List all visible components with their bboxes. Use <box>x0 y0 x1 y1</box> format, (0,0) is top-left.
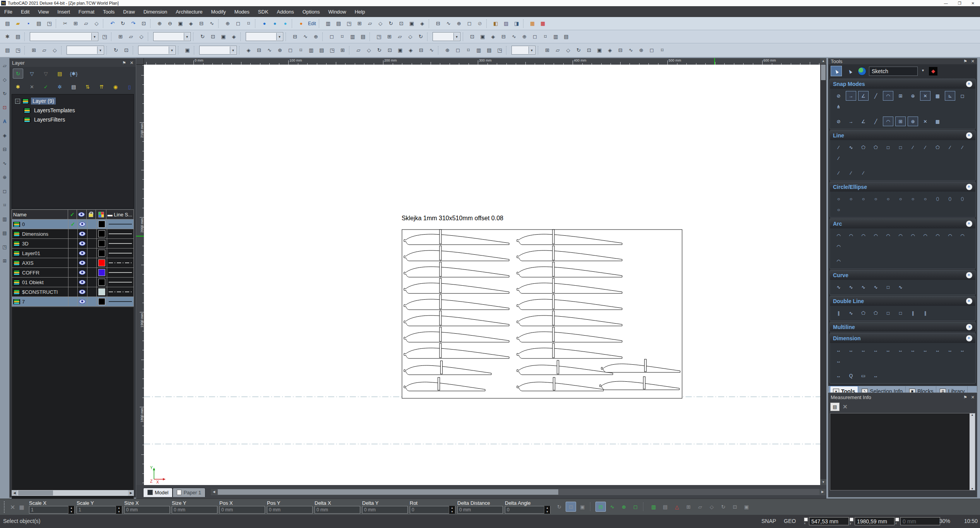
arc-center-begin-end-icon[interactable]: ◠ <box>833 231 844 240</box>
y-coord-field[interactable]: 1980,59 mm <box>855 517 894 525</box>
copy-linear-icon[interactable]: ▱ <box>353 45 364 55</box>
color-cell[interactable] <box>97 278 107 287</box>
menu-insert[interactable]: Insert <box>53 6 74 17</box>
color-cell[interactable] <box>97 287 107 297</box>
pin-icon[interactable]: ⚑ <box>122 60 126 65</box>
render-icon[interactable]: ◈ <box>417 19 428 29</box>
inspector-list-icon[interactable]: ▦ <box>19 504 24 510</box>
edit-select-icon[interactable]: ▲ <box>845 66 855 76</box>
layer-properties-icon[interactable]: ▤ <box>68 82 79 92</box>
circle-tangent-2arc-icon[interactable]: ○ <box>920 194 930 204</box>
pen-width-icon[interactable]: ⊡ <box>121 45 132 55</box>
toolbar-combo[interactable] <box>199 46 237 55</box>
assemble-1-icon[interactable]: ⊕ <box>442 45 453 55</box>
section-header[interactable]: Dimension« <box>830 333 975 343</box>
menu-dimension[interactable]: Dimension <box>139 6 171 17</box>
current-layer-cell[interactable] <box>68 287 77 297</box>
collapse-chevron-icon[interactable]: « <box>966 132 972 139</box>
circle-tangent-line-icon[interactable]: ○ <box>908 194 918 204</box>
assemble-4-icon[interactable]: ▥ <box>474 45 484 55</box>
drop-line-icon[interactable]: ∕ <box>846 168 856 178</box>
field-input[interactable]: 0 mm <box>267 506 313 514</box>
window-new-icon[interactable]: ▱ <box>395 32 405 42</box>
workplane-view-icon[interactable]: ◇ <box>50 45 60 55</box>
copy-array-icon[interactable]: ↻ <box>374 45 385 55</box>
dim-rotated-icon[interactable]: ↔ <box>871 345 881 355</box>
measurement-list[interactable]: ▲▼ <box>830 413 975 490</box>
tangent-to-arc-icon[interactable]: ∕ <box>945 142 955 152</box>
color-cell[interactable] <box>97 297 107 306</box>
no-bounds-icon[interactable]: ▣ <box>741 502 752 512</box>
arc-triple-point-icon[interactable]: ◠ <box>883 231 893 240</box>
palette-icon[interactable] <box>96 210 106 219</box>
rotated-rectangle-icon[interactable]: □ <box>895 142 906 152</box>
tab-model[interactable]: Model <box>143 488 173 497</box>
visibility-cell[interactable] <box>78 297 87 306</box>
section-header[interactable]: Snap Modes« <box>830 79 975 89</box>
current-layer-cell[interactable] <box>68 229 77 238</box>
collapse-chevron-icon[interactable]: « <box>966 324 972 330</box>
snap-mode-icon[interactable]: ▥ <box>1 215 9 223</box>
lock-icon[interactable] <box>87 210 96 219</box>
box-slice-icon[interactable]: ◈ <box>229 32 239 42</box>
visibility-cell[interactable] <box>78 219 87 229</box>
visibility-cell[interactable] <box>78 239 87 248</box>
toolbar-drag-handle[interactable] <box>4 501 6 513</box>
camera-icon[interactable]: ▣ <box>407 19 417 29</box>
snap-nearest-icon[interactable]: → <box>846 91 856 101</box>
ellipse-fixed-icon[interactable]: ⬯ <box>957 194 968 204</box>
modify-stretch-icon[interactable]: ◳ <box>327 45 337 55</box>
polygon-vertex-icon[interactable]: ⬠ <box>871 142 881 152</box>
menu-sdk[interactable]: SDK <box>254 6 273 17</box>
linestyle-cell[interactable] <box>107 268 133 277</box>
lock-position-icon[interactable]: ↻ <box>554 502 564 512</box>
menu-modify[interactable]: Modify <box>207 6 230 17</box>
filter-icon[interactable]: ▽ <box>27 69 37 79</box>
dim-leader3-icon[interactable]: ◈ <box>605 45 615 55</box>
dim-baseline-icon[interactable]: ↔ <box>895 345 906 355</box>
section-header[interactable]: Arc« <box>830 219 975 228</box>
object-mirror-icon[interactable]: ⊕ <box>519 32 530 42</box>
toolbar-combo[interactable] <box>246 32 283 41</box>
world-context-icon[interactable] <box>858 67 866 75</box>
lock-cell[interactable] <box>87 297 97 306</box>
sketch-curve-icon[interactable]: ∿ <box>895 282 906 292</box>
arc-center-radius-icon[interactable]: ◠ <box>920 231 930 240</box>
dim-incremental-icon[interactable]: ↔ <box>920 345 930 355</box>
render-wireframe-icon[interactable]: ⊟ <box>595 502 606 512</box>
fill-gradient-icon[interactable]: ◨ <box>511 19 522 29</box>
view-sw-icon[interactable]: ◇ <box>375 19 386 29</box>
double-rectangle-icon[interactable]: □ <box>883 308 893 318</box>
arrow-down-icon[interactable]: ▤ <box>358 32 368 42</box>
layer-row-3d[interactable]: 3D <box>12 238 133 248</box>
dim-insp-icon[interactable]: ⌑ <box>657 45 667 55</box>
move-down-icon[interactable]: ⇈ <box>96 82 107 92</box>
field-input[interactable]: 1▲▼ <box>77 506 122 514</box>
visibility-cell[interactable] <box>78 268 87 277</box>
field-input[interactable]: 0 mm <box>219 506 265 514</box>
linestyle-cell[interactable] <box>107 297 133 306</box>
object-explode-icon[interactable]: ⊟ <box>498 32 509 42</box>
modify-taper-icon[interactable]: ⊞ <box>337 45 348 55</box>
spinner[interactable]: ▲▼ <box>544 506 550 514</box>
object-scale-icon[interactable]: ▥ <box>551 32 561 42</box>
box-intersect-icon[interactable]: ▣ <box>218 32 229 42</box>
field-input[interactable]: 0▲▼ <box>505 506 551 514</box>
scroll-right-icon[interactable]: ▶ <box>128 490 134 496</box>
spinner[interactable]: ▲▼ <box>449 506 455 514</box>
canvas-vscrollbar[interactable]: ▲ ▼ <box>820 58 826 485</box>
dim-datum-icon[interactable]: ↔ <box>883 345 893 355</box>
zoom-level[interactable]: 30% <box>939 518 950 524</box>
view-nw-icon[interactable]: ⊡ <box>396 19 407 29</box>
print-preview-icon[interactable]: ◳ <box>44 19 55 29</box>
modify-offset-icon[interactable]: ◻ <box>285 45 296 55</box>
web-publish-icon[interactable]: ● <box>270 19 280 29</box>
linestyle-cell[interactable] <box>107 249 133 258</box>
format-painter-icon[interactable]: ◇ <box>91 19 102 29</box>
select-2-icon[interactable]: ▤ <box>2 45 13 55</box>
arc-tangent-icon[interactable]: ◠ <box>871 231 881 240</box>
field-input[interactable]: 0 mm <box>172 506 217 514</box>
canvas-hscrollbar[interactable]: ◀ ▶ <box>211 489 826 495</box>
collapse-chevron-icon[interactable]: « <box>966 298 972 304</box>
dim-linear-icon[interactable]: ↔ <box>846 345 856 355</box>
